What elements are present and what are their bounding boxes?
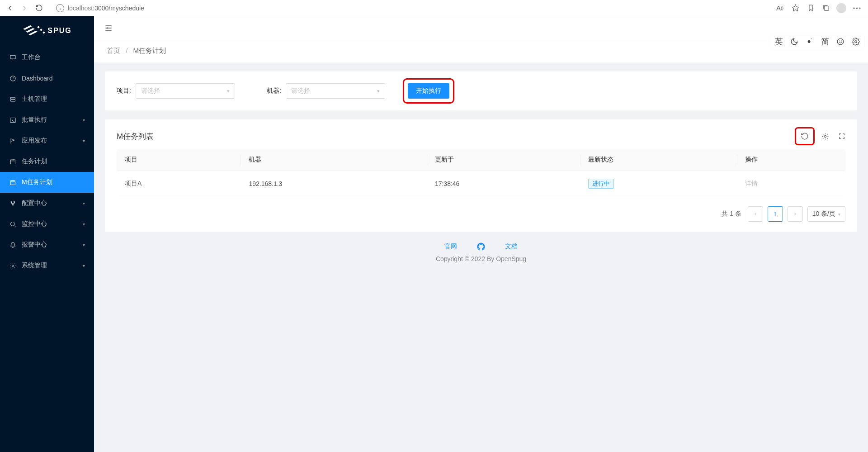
footer-link-site[interactable]: 官网 bbox=[444, 243, 457, 251]
extension-bar: 英 •· 简 bbox=[770, 34, 864, 49]
sidebar-item-hosts[interactable]: 主机管理 bbox=[0, 89, 94, 109]
svg-point-27 bbox=[824, 135, 826, 137]
monitor-icon bbox=[9, 221, 16, 228]
cell-machine: 192.168.1.3 bbox=[241, 171, 426, 197]
next-page-button[interactable] bbox=[788, 206, 803, 222]
svg-marker-0 bbox=[792, 5, 798, 10]
browser-toolbar: i localhost:3000/myschedule A)) bbox=[0, 0, 868, 16]
flag-icon bbox=[9, 138, 16, 144]
sidebar-menu: 工作台 Dashboard 主机管理 批量执行 ▾ 应用发布 ▾ bbox=[0, 45, 94, 278]
ime-simp-icon[interactable]: 简 bbox=[818, 35, 832, 48]
machine-select[interactable]: 请选择 ▾ bbox=[286, 83, 385, 99]
cell-project: 项目A bbox=[117, 171, 241, 197]
profile-avatar[interactable] bbox=[835, 2, 848, 14]
sidebar-item-label: 报警中心 bbox=[22, 241, 47, 249]
svg-rect-17 bbox=[10, 97, 15, 99]
svg-point-24 bbox=[12, 204, 14, 205]
machine-label: 机器: bbox=[267, 87, 281, 95]
chevron-down-icon: ▾ bbox=[838, 212, 840, 217]
github-icon[interactable] bbox=[477, 243, 485, 251]
alert-icon bbox=[9, 242, 16, 248]
sidebar-item-label: Dashboard bbox=[22, 75, 53, 82]
more-icon[interactable] bbox=[850, 2, 863, 14]
project-select[interactable]: 请选择 ▾ bbox=[136, 83, 235, 99]
ime-lang-icon[interactable]: 英 bbox=[772, 35, 786, 48]
sidebar-item-config[interactable]: 配置中心 ▾ bbox=[0, 193, 94, 214]
chevron-down-icon: ▾ bbox=[83, 222, 85, 227]
menu-fold-icon[interactable] bbox=[104, 24, 113, 33]
sidebar-item-monitor[interactable]: 监控中心 ▾ bbox=[0, 214, 94, 234]
copyright-text: Copyright © 2022 By OpenSpug bbox=[105, 255, 857, 262]
sidebar-item-myschedule[interactable]: M任务计划 bbox=[0, 172, 94, 193]
chevron-down-icon: ▾ bbox=[227, 88, 230, 94]
task-table: 项目 机器 更新于 最新状态 操作 项目A 192.168.1.3 17:38:… bbox=[117, 149, 845, 197]
task-list-card: M任务列表 bbox=[105, 119, 857, 232]
sidebar-item-dashboard[interactable]: Dashboard bbox=[0, 68, 94, 89]
page-size-select[interactable]: 10 条/页 ▾ bbox=[807, 206, 845, 222]
table-settings-icon[interactable] bbox=[821, 133, 829, 140]
svg-rect-20 bbox=[10, 160, 15, 164]
detail-link[interactable]: 详情 bbox=[745, 180, 758, 187]
brand-logo[interactable]: SPUG bbox=[0, 16, 94, 45]
favorites-bar-icon[interactable] bbox=[804, 2, 817, 14]
svg-rect-1 bbox=[824, 6, 829, 10]
col-actions: 操作 bbox=[737, 149, 845, 171]
chevron-down-icon: ▾ bbox=[83, 138, 85, 143]
schedule-icon bbox=[9, 179, 16, 186]
start-run-button[interactable]: 开始执行 bbox=[408, 83, 449, 99]
smile-icon[interactable] bbox=[834, 35, 847, 48]
sidebar-item-label: 应用发布 bbox=[22, 137, 47, 145]
sidebar-item-label: 主机管理 bbox=[22, 95, 47, 103]
breadcrumb-current: M任务计划 bbox=[133, 47, 166, 54]
svg-point-4 bbox=[859, 7, 860, 9]
forward-button[interactable] bbox=[18, 2, 31, 14]
logo-mark-icon bbox=[22, 24, 43, 37]
svg-rect-12 bbox=[37, 26, 40, 29]
sidebar-item-batch-exec[interactable]: 批量执行 ▾ bbox=[0, 109, 94, 130]
svg-point-3 bbox=[856, 7, 857, 9]
svg-rect-13 bbox=[40, 29, 42, 31]
collections-icon[interactable] bbox=[819, 2, 833, 14]
deploy-icon bbox=[9, 200, 16, 207]
reload-button[interactable] bbox=[33, 2, 45, 14]
machine-placeholder: 请选择 bbox=[291, 87, 310, 95]
svg-point-8 bbox=[855, 41, 857, 43]
chevron-down-icon: ▾ bbox=[83, 263, 85, 268]
moon-icon[interactable] bbox=[788, 35, 801, 48]
chevron-down-icon: ▾ bbox=[377, 88, 380, 94]
sidebar: SPUG 工作台 Dashboard 主机管理 批量执行 ▾ 应用发 bbox=[0, 16, 94, 452]
status-badge: 进行中 bbox=[588, 179, 614, 189]
sidebar-item-label: 批量执行 bbox=[22, 116, 47, 124]
sidebar-item-alarm[interactable]: 报警中心 ▾ bbox=[0, 234, 94, 255]
main-content: 首页 / M任务计划 项目: 请选择 ▾ 机器: bbox=[94, 16, 868, 452]
sidebar-item-workspace[interactable]: 工作台 bbox=[0, 47, 94, 68]
svg-rect-21 bbox=[10, 181, 15, 185]
read-aloud-icon[interactable]: A)) bbox=[773, 2, 787, 14]
col-updated: 更新于 bbox=[427, 149, 580, 171]
pagination-total: 共 1 条 bbox=[722, 210, 741, 218]
dashboard-icon bbox=[9, 75, 16, 82]
sidebar-item-system[interactable]: 系统管理 ▾ bbox=[0, 255, 94, 276]
address-bar[interactable]: i localhost:3000/myschedule bbox=[52, 2, 769, 14]
prev-page-button[interactable] bbox=[748, 206, 763, 222]
refresh-icon[interactable] bbox=[801, 132, 809, 140]
col-project: 项目 bbox=[117, 149, 241, 171]
svg-rect-18 bbox=[10, 100, 15, 101]
desktop-icon bbox=[9, 54, 16, 61]
dot-icon[interactable]: •· bbox=[803, 35, 816, 48]
favorite-icon[interactable] bbox=[788, 2, 802, 14]
footer-link-docs[interactable]: 文档 bbox=[505, 243, 518, 251]
sidebar-item-label: M任务计划 bbox=[22, 178, 52, 186]
sidebar-item-label: 任务计划 bbox=[22, 157, 47, 166]
chevron-down-icon: ▾ bbox=[83, 201, 85, 206]
ext-settings-icon[interactable] bbox=[849, 35, 863, 48]
sidebar-item-deploy[interactable]: 应用发布 ▾ bbox=[0, 130, 94, 151]
breadcrumb-home[interactable]: 首页 bbox=[107, 47, 120, 54]
fullscreen-icon[interactable] bbox=[838, 133, 845, 140]
svg-point-22 bbox=[11, 201, 12, 203]
back-button[interactable] bbox=[4, 2, 16, 14]
breadcrumb-sep: / bbox=[126, 47, 127, 54]
sidebar-item-schedule[interactable]: 任务计划 bbox=[0, 151, 94, 172]
cloud-server-icon bbox=[9, 96, 16, 103]
page-1-button[interactable]: 1 bbox=[768, 206, 783, 222]
